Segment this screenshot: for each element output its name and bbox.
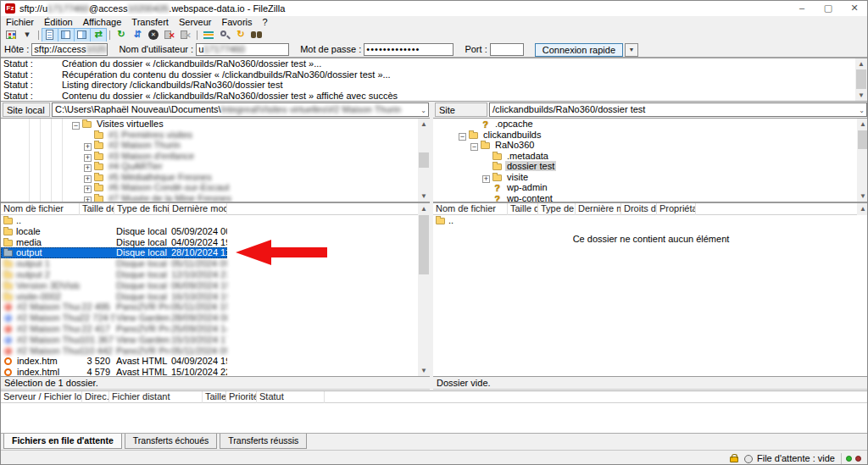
tree-item-visite[interactable]: +visite [433,172,868,183]
toggle-remote-tree-button[interactable] [75,29,90,42]
file-row-media[interactable]: mediaDisque local04/09/2024 19:... [1,237,430,248]
tree-item-5-m-diath-que-fresnes[interactable]: +#5 Médiathèque Fresnes [1,172,430,183]
cancel-operation-button[interactable]: ✕ [146,29,161,42]
local-path-combo[interactable]: C:\Users\Raphaël Nouveau\Documents\Integ… [52,102,429,117]
column-header-fichier-distant[interactable]: Fichier distant [109,391,203,403]
toggle-local-tree-button[interactable] [58,29,74,42]
file-row-2-maison-thurin[interactable]: #2 Maison Thurin (...22 417Pano2VR Proje… [1,324,430,335]
file-row-output-1[interactable]: output 1Disque local05/11/2024 09... [1,258,430,269]
tree-item-rano360[interactable]: −RaNo360 [433,140,868,151]
column-header-priorit[interactable]: Priorité [226,391,257,403]
file-row-[interactable]: .. [1,215,430,226]
username-input[interactable]: u17177460 [196,43,289,56]
port-input[interactable] [490,43,524,56]
file-row-2-maison-thurin[interactable]: #2 Maison Thurin (...101 367 ...View Gar… [1,335,430,346]
local-list-scrollbar[interactable]: ▲ ▼ [418,203,430,376]
synchronized-browsing-button[interactable]: ↻ [233,29,248,42]
menu-item-[interactable]: ? [258,16,273,29]
tree-item-1-premi-res-visites[interactable]: #1 Premières visites [1,130,430,141]
menu-item-dition[interactable]: Édition [39,16,78,29]
column-header-propri-ta[interactable]: Propriéta... [657,203,696,215]
password-input[interactable]: ••••••••••••• [364,43,453,56]
expand-icon[interactable]: + [84,143,92,151]
tree-item-6-maison-cond-sur-escaut[interactable]: +#6 Maison Condé-sur-Escaut [1,182,430,193]
find-files-button[interactable] [249,29,264,42]
column-header-derni-re-modi[interactable]: Dernière modi.. [170,203,227,215]
column-header-direc[interactable]: Direc... [82,391,109,403]
tree-item-opcache[interactable]: ?.opcache [433,119,868,130]
tab-transferts-chou-s[interactable]: Transferts échoués [125,434,218,449]
scroll-up-icon[interactable]: ▲ [855,58,867,69]
file-row-2-maison-thurin[interactable]: #2 Maison Thurin (...22 495Pano2VR Proje… [1,302,430,313]
menu-item-transfert[interactable]: Transfert [126,16,174,29]
toggle-message-log-button[interactable] [42,29,58,42]
remote-list-scrollbar[interactable]: ▲ [857,203,868,215]
menu-item-favoris[interactable]: Favoris [216,16,257,29]
tab-transferts-r-ussis[interactable]: Transferts réussis [220,434,307,449]
collapse-icon[interactable]: − [72,122,80,130]
process-queue-button[interactable]: ⇵ [130,29,145,42]
scroll-up-icon[interactable]: ▲ [418,119,430,130]
column-header-taille-d[interactable]: Taille d... [508,203,538,215]
expand-icon[interactable]: + [84,164,92,172]
file-row-[interactable]: .. [433,215,868,226]
maximize-button[interactable]: ▢ [815,1,841,16]
file-row-output[interactable]: outputDisque local28/10/2024 12:... [1,247,227,258]
remote-path-combo[interactable]: /clickandbuilds/RaNo360/dossier test⌄ [489,102,867,117]
chevron-down-icon[interactable]: ⌄ [420,104,426,117]
tree-item-visites-virtuelles[interactable]: −Visites virtuelles [1,119,430,130]
local-tree-scrollbar[interactable]: ▲ ▼ [418,119,430,202]
tree-item-3-maison-d-enfance[interactable]: +#3 Maison d'enfance [1,151,430,162]
menu-item-serveur[interactable]: Serveur [174,16,217,29]
column-header-droits-d[interactable]: Droits d'... [621,203,657,215]
tree-item-wp-admin[interactable]: ?wp-admin [433,182,868,193]
column-header-statut[interactable]: Statut [257,391,325,403]
remote-tree-scrollbar[interactable]: ▲ ▼ [857,119,868,202]
disconnect-button[interactable] [162,29,177,42]
refresh-button[interactable]: ↻ [114,29,129,42]
file-row-output-2[interactable]: output 2Disque local12/10/2024 23... [1,269,430,280]
reconnect-button[interactable] [178,29,193,42]
column-header-taille-de[interactable]: Taille de .. [80,203,114,215]
file-row-index-html[interactable]: index.html4 579Avast HTML D...15/10/2024… [1,367,430,377]
column-header-serveur-fichier-local[interactable]: Serveur / Fichier local [1,391,82,403]
toggle-transfer-queue-button[interactable]: ⇄ [91,29,106,42]
lock-icon[interactable] [730,457,738,462]
directory-filters-button[interactable] [201,29,216,42]
column-header-nom-de-fichier[interactable]: Nom de fichier˄ [1,203,80,215]
file-row-2-maison-thurin[interactable]: #2 Maison Thurin (...110 442Pano2VR Proj… [1,346,430,357]
scroll-up-icon[interactable]: ▲ [418,203,430,214]
host-input[interactable]: sftp://access1020 [31,43,108,56]
menu-item-fichier[interactable]: Fichier [1,16,39,29]
file-row-version-3dvista[interactable]: Version 3DVistaDisque local06/09/2024 15… [1,280,430,291]
close-button[interactable]: ✕ [842,1,867,16]
quickconnect-button[interactable]: Connexion rapide [535,43,623,57]
scroll-down-icon[interactable]: ▼ [418,191,430,202]
tree-item-7-mus-e-de-la-mine-fresnes[interactable]: +#7 Musée de la Mine Fresnes [1,193,430,203]
chevron-down-icon[interactable]: ⌄ [859,104,865,117]
column-header-nom-de-fichier[interactable]: Nom de fichier˄ [433,203,508,215]
tree-item-2-maison-thurin[interactable]: +#2 Maison Thurin [1,140,430,151]
log-scrollbar[interactable]: ▲ ▼ [855,58,867,101]
collapse-icon[interactable]: − [470,143,478,151]
file-row-index-htm[interactable]: index.htm3 520Avast HTML D...04/09/2024 … [1,356,430,367]
scroll-down-icon[interactable]: ▼ [855,90,867,101]
file-row-visite-0002[interactable]: visite-0002Disque local16/10/2024 19... [1,291,430,302]
directory-comparison-button[interactable] [217,29,232,42]
scroll-up-icon[interactable]: ▲ [857,119,868,130]
column-header-type-de[interactable]: Type de ... [538,203,576,215]
tree-item-dossier-test[interactable]: dossier test [433,161,868,172]
tree-item-metadata[interactable]: .metadata [433,151,868,162]
scroll-thumb[interactable] [856,69,866,89]
site-manager-dropdown-button[interactable]: ▾ [19,29,35,42]
expand-icon[interactable]: + [84,185,92,193]
menu-item-affichage[interactable]: Affichage [78,16,127,29]
minimize-button[interactable]: – [789,1,815,16]
scroll-down-icon[interactable]: ▼ [857,191,868,202]
scroll-up-icon[interactable]: ▲ [857,203,868,214]
tree-item-clickandbuilds[interactable]: −clickandbuilds [433,130,868,141]
scroll-thumb[interactable] [858,130,868,149]
file-row-2-maison-thurin[interactable]: #2 Maison Thurin (...22 724 5...View Gar… [1,313,430,324]
tree-item-4-quartier[interactable]: +#4 QuARTier [1,161,430,172]
collapse-icon[interactable]: − [459,133,466,141]
